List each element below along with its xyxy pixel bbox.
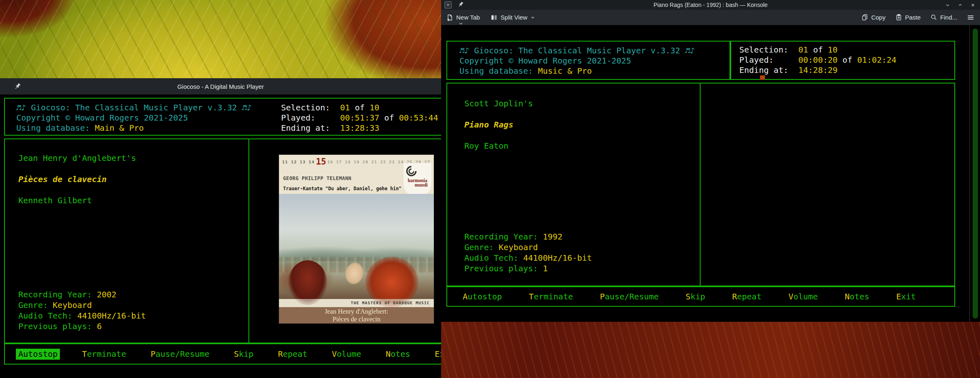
right-menu-bar: AutostopTerminatePause/ResumeSkipRepeatV…: [446, 286, 955, 307]
database-value: Main & Pro: [95, 123, 144, 133]
database-label: Using database:: [16, 123, 95, 133]
status-row: Selection:01 of 10: [281, 103, 438, 113]
scrollbar-track[interactable]: [969, 25, 980, 322]
app-title: ♬♪ Giocoso: The Classical Music Player v…: [459, 46, 730, 56]
giocoso-window: Giocoso - A Digital Music Player ♬♪ Gioc…: [0, 78, 441, 378]
konsole-window: > Piano Rags (Eaton - 1992) : bash — Kon…: [441, 0, 980, 322]
database-line: Using database: Music & Pro: [459, 66, 730, 76]
desktop: Giocoso - A Digital Music Player ♬♪ Gioc…: [0, 0, 980, 378]
menu-item-autostop[interactable]: Autostop: [16, 349, 60, 360]
chevron-down-icon: [530, 15, 535, 20]
menu-item-exit[interactable]: Exit: [435, 349, 441, 359]
find-button[interactable]: Find...: [930, 14, 957, 21]
left-body-box: Jean Henry d'Anglebert's Pièces de clave…: [4, 138, 441, 343]
copy-icon: [861, 14, 868, 21]
metadata-row: Audio Tech: 44100Hz/16-bit: [464, 253, 592, 263]
menu-item-skip[interactable]: Skip: [686, 292, 705, 302]
playback-status-block: Selection:01 of 10Played:00:00:20 of 01:…: [731, 42, 954, 75]
menu-item-volume[interactable]: Volume: [332, 349, 361, 359]
terminal-cursor: [760, 75, 765, 80]
metadata-row: Previous plays: 1: [464, 263, 592, 274]
menu-item-pause-resume[interactable]: Pause/Resume: [151, 349, 210, 359]
konsole-toolbar: New Tab Split View Copy: [441, 10, 980, 25]
paste-button[interactable]: Paste: [895, 14, 921, 21]
album-track-number: 15: [316, 157, 326, 167]
composer: Scott Joplin's: [464, 99, 954, 109]
paste-icon: [895, 14, 902, 21]
track-metadata: Recording Year: 1992Genre: KeyboardAudio…: [464, 231, 592, 274]
metadata-row: Previous plays: 6: [18, 321, 146, 332]
menu-item-notes[interactable]: Notes: [386, 349, 410, 359]
right-body-box: Scott Joplin's Piano Rags Roy Eaton Reco…: [446, 83, 955, 286]
close-button[interactable]: [970, 2, 976, 8]
album-cover: 11 12 13 141516 17 18 19 20 21 22 23 24 …: [279, 155, 434, 323]
konsole-titlebar[interactable]: > Piano Rags (Eaton - 1992) : bash — Kon…: [441, 0, 980, 10]
status-row: Ending at:13:28:33: [281, 123, 438, 133]
menu-item-terminate[interactable]: Terminate: [529, 292, 573, 302]
menu-item-notes[interactable]: Notes: [845, 292, 869, 302]
app-info: ♬♪ Giocoso: The Classical Music Player v…: [447, 42, 730, 76]
prompt-badge[interactable]: >: [444, 1, 452, 9]
metadata-row: Genre: Keyboard: [18, 300, 146, 310]
right-header-box: ♬♪ Giocoso: The Classical Music Player v…: [446, 41, 730, 80]
database-label: Using database:: [459, 66, 538, 76]
spiral-icon: [404, 165, 417, 178]
album-painting: [279, 194, 434, 299]
new-tab-icon: [446, 14, 453, 21]
minimize-button[interactable]: [945, 2, 951, 8]
new-tab-button[interactable]: New Tab: [446, 14, 480, 21]
pin-icon[interactable]: [457, 1, 464, 8]
left-header-box: ♬♪ Giocoso: The Classical Music Player v…: [4, 98, 441, 136]
pane-divider: [700, 84, 701, 286]
split-view-button[interactable]: Split View: [490, 14, 535, 21]
album-caption: Jean Henry d'Anglebert: Pièces de clavec…: [279, 307, 434, 323]
left-menu-bar: AutostopTerminatePause/ResumeSkipRepeatV…: [4, 343, 441, 365]
pin-icon[interactable]: [14, 83, 21, 90]
left-window-title: Giocoso - A Digital Music Player: [0, 83, 441, 90]
menu-item-skip[interactable]: Skip: [234, 349, 253, 359]
metadata-row: Recording Year: 2002: [18, 289, 146, 300]
left-window-titlebar[interactable]: Giocoso - A Digital Music Player: [0, 78, 441, 94]
split-view-icon: [490, 14, 498, 21]
menu-item-pause-resume[interactable]: Pause/Resume: [600, 292, 659, 302]
performer: Roy Eaton: [464, 141, 954, 151]
konsole-terminal: ♬♪ Giocoso: The Classical Music Player v…: [441, 25, 980, 322]
database-value: Music & Pro: [538, 66, 592, 76]
menu-item-autostop[interactable]: Autostop: [463, 292, 502, 302]
album-series-title: THE MASTERS OF BAROQUE MUSIC: [279, 299, 434, 307]
status-row: Ending at:14:28:29: [739, 65, 954, 75]
playback-status-block: Selection:01 of 10Played:00:51:37 of 00:…: [281, 103, 438, 133]
metadata-row: Genre: Keyboard: [464, 242, 592, 253]
right-status-box: Selection:01 of 10Played:00:00:20 of 01:…: [730, 41, 955, 80]
menu-item-repeat[interactable]: Repeat: [732, 292, 761, 302]
now-playing: Scott Joplin's Piano Rags Roy Eaton: [447, 84, 954, 151]
left-terminal: ♬♪ Giocoso: The Classical Music Player v…: [0, 94, 441, 378]
search-icon: [930, 14, 937, 21]
window-controls: [945, 0, 976, 10]
menu-item-exit[interactable]: Exit: [896, 292, 916, 302]
track-metadata: Recording Year: 2002Genre: KeyboardAudio…: [18, 289, 146, 332]
work-title: Piano Rags: [464, 120, 954, 130]
copy-button[interactable]: Copy: [861, 14, 886, 21]
metadata-row: Audio Tech: 44100Hz/16-bit: [18, 310, 146, 321]
status-row: Played:00:00:20 of 01:02:24: [739, 55, 954, 65]
menu-item-terminate[interactable]: Terminate: [82, 349, 126, 359]
record-label-logo: harmonia mundi: [404, 163, 431, 196]
menu-item-volume[interactable]: Volume: [789, 292, 818, 302]
status-row: Selection:01 of 10: [739, 45, 954, 55]
pane-divider: [248, 139, 249, 343]
app-copyright: Copyright © Howard Rogers 2021-2025: [459, 56, 730, 66]
maximize-button[interactable]: [957, 2, 963, 8]
scrollbar-thumb[interactable]: [973, 29, 978, 319]
new-tab-dropdown-chevron: [459, 22, 463, 25]
konsole-window-title: Piano Rags (Eaton - 1992) : bash — Konso…: [441, 2, 980, 8]
menu-item-repeat[interactable]: Repeat: [278, 349, 307, 359]
status-row: Played:00:51:37 of 00:53:44: [281, 113, 438, 123]
hamburger-menu-button[interactable]: [967, 14, 974, 21]
hamburger-icon: [967, 14, 974, 21]
metadata-row: Recording Year: 1992: [464, 231, 592, 242]
